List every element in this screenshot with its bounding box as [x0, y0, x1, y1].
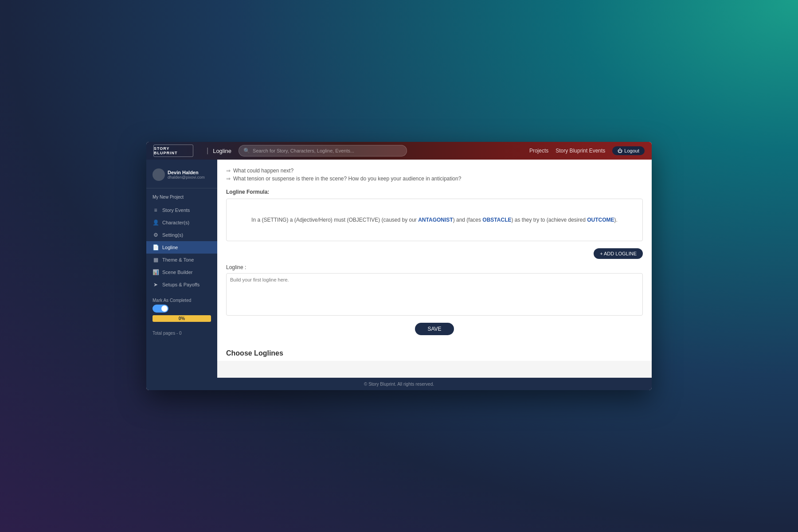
sidebar-item-label: Scene Builder: [162, 270, 193, 275]
hint-item-1: ⇒ What could happen next?: [226, 167, 643, 175]
logout-label: Logout: [624, 148, 639, 153]
user-email: dhalden@pixovi.com: [168, 175, 205, 180]
projects-link[interactable]: Projects: [529, 148, 548, 154]
nav-right: Projects Story Bluprint Events ⏻ Logout: [529, 146, 645, 155]
footer-text: © Story Bluprint. All rights reserved.: [364, 382, 434, 387]
nav-divider: |: [207, 147, 208, 155]
nav-current-section: Logline: [213, 148, 231, 154]
power-icon: ⏻: [618, 148, 622, 153]
hint-text-2: What tension or suspense is there in the…: [233, 176, 461, 182]
sidebar-item-scene-builder[interactable]: 📊 Scene Builder: [146, 266, 217, 278]
sidebar-item-label: Character(s): [162, 220, 189, 225]
formula-after: ) as they try to (achieve desired: [511, 217, 587, 223]
formula-text: In a (SETTING) a (Adjective/Hero) must (…: [235, 217, 634, 223]
search-icon: 🔍: [243, 148, 250, 154]
app-logo: STORY BLUPRINT: [153, 145, 193, 157]
story-events-icon: ≡: [153, 207, 159, 213]
setting-icon: ⚙: [153, 232, 159, 238]
logo-box: STORY BLUPRINT: [153, 145, 193, 157]
theme-tone-icon: ▦: [153, 257, 159, 263]
hint-item-2: ⇒ What tension or suspense is there in t…: [226, 175, 643, 183]
formula-obstacle: OBSTACLE: [482, 217, 511, 223]
formula-before: In a (SETTING) a (Adjective/Hero) must (…: [251, 217, 418, 223]
choose-loglines-heading: Choose Loglines: [217, 342, 652, 361]
setups-payoffs-icon: ➤: [153, 282, 159, 288]
logline-icon: 📄: [153, 244, 159, 250]
total-pages: Total pages - 0: [146, 327, 217, 339]
arrow-icon-2: ⇒: [226, 176, 231, 182]
sidebar-item-logline[interactable]: 📄 Logline: [146, 241, 217, 254]
formula-label: Logline Formula:: [226, 189, 643, 195]
sidebar: Devin Halden dhalden@pixovi.com My New P…: [146, 160, 217, 378]
sidebar-item-theme-tone[interactable]: ▦ Theme & Tone: [146, 254, 217, 266]
story-bluprint-events-link[interactable]: Story Bluprint Events: [555, 148, 605, 154]
logo-text: STORY BLUPRINT: [154, 146, 193, 155]
formula-middle: ) and (faces: [453, 217, 483, 223]
hint-text-1: What could happen next?: [233, 168, 293, 174]
sidebar-item-setting[interactable]: ⚙ Setting(s): [146, 229, 217, 241]
scene-builder-icon: 📊: [153, 269, 159, 275]
formula-box: In a (SETTING) a (Adjective/Hero) must (…: [226, 199, 643, 241]
project-name: My New Project: [146, 192, 217, 202]
top-navigation: STORY BLUPRINT | Logline 🔍 Projects Stor…: [146, 142, 652, 160]
sidebar-item-label: Setting(s): [162, 232, 183, 238]
characters-icon: 👤: [153, 219, 159, 226]
sidebar-item-story-events[interactable]: ≡ Story Events: [146, 204, 217, 216]
content-inner: ⇒ What could happen next? ⇒ What tension…: [217, 160, 652, 342]
main-layout: Devin Halden dhalden@pixovi.com My New P…: [146, 160, 652, 378]
sidebar-item-setups-payoffs[interactable]: ➤ Setups & Payoffs: [146, 278, 217, 291]
logout-button[interactable]: ⏻ Logout: [612, 146, 645, 155]
toggle-knob: [161, 305, 168, 312]
save-button[interactable]: SAVE: [415, 323, 454, 335]
sidebar-item-label: Logline: [162, 245, 178, 250]
formula-antagonist: ANTAGONIST: [418, 217, 453, 223]
sidebar-item-characters[interactable]: 👤 Character(s): [146, 216, 217, 229]
search-input[interactable]: [253, 148, 402, 153]
search-bar[interactable]: 🔍: [239, 145, 407, 156]
content-area: ⇒ What could happen next? ⇒ What tension…: [217, 160, 652, 378]
sidebar-item-label: Theme & Tone: [162, 257, 194, 262]
formula-end: ).: [614, 217, 618, 223]
arrow-icon-1: ⇒: [226, 168, 231, 174]
progress-bar: 0%: [153, 315, 211, 322]
hint-list: ⇒ What could happen next? ⇒ What tension…: [226, 167, 643, 183]
footer: © Story Bluprint. All rights reserved.: [146, 378, 652, 390]
avatar: [153, 168, 165, 181]
mark-completed-section: Mark As Completed 0%: [146, 294, 217, 325]
mark-completed-toggle[interactable]: [153, 305, 168, 313]
formula-outcome: OUTCOME: [587, 217, 614, 223]
sidebar-item-label: Setups & Payoffs: [162, 282, 200, 287]
user-section: Devin Halden dhalden@pixovi.com: [146, 165, 217, 188]
add-logline-button[interactable]: + ADD LOGLINE: [594, 248, 643, 259]
user-name: Devin Halden: [168, 170, 205, 175]
mark-completed-label: Mark As Completed: [153, 298, 211, 303]
sidebar-item-label: Story Events: [162, 207, 190, 213]
logline-label: Logline :: [226, 262, 643, 270]
logline-textarea[interactable]: [226, 273, 643, 316]
